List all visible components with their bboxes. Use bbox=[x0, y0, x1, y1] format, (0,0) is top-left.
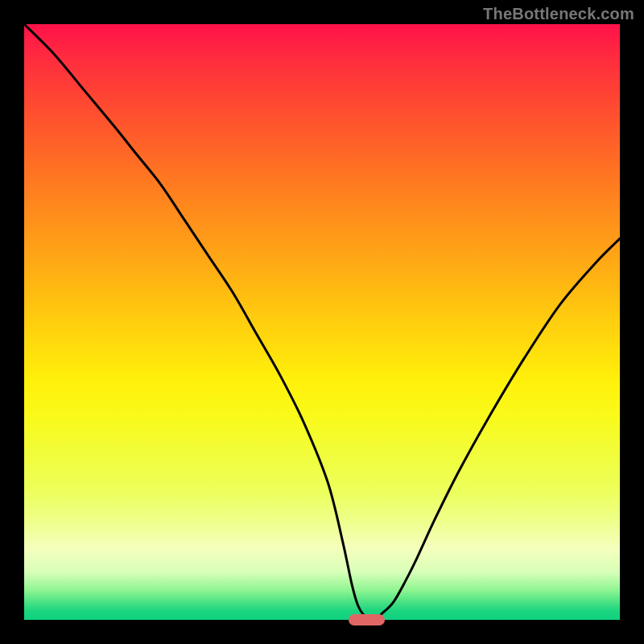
watermark-text: TheBottleneck.com bbox=[483, 5, 634, 23]
optimal-marker bbox=[349, 614, 384, 625]
chart-area bbox=[24, 24, 620, 620]
bottleneck-curve bbox=[24, 24, 620, 620]
